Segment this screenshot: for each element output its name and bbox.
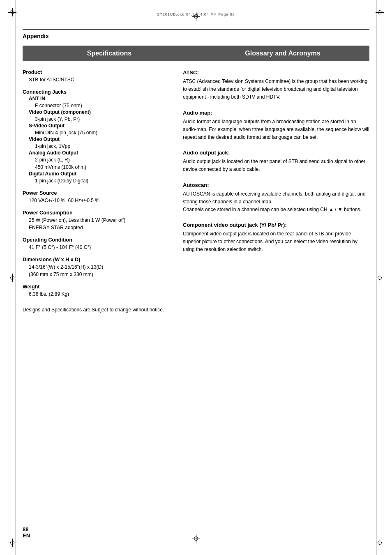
glossary-audio-output-jack-term: Audio output jack:: [183, 150, 369, 156]
page-container: ST201UB.qxd 04.3.9 4:04 PM Page 88 Appen…: [0, 0, 392, 555]
jack-svideo: S-Video Output Mini DIN 4-pin jack (75 o…: [23, 123, 171, 136]
spec-operating-condition: Operating Condition 41 F° (5 C°) - 104 F…: [23, 237, 171, 251]
spec-power-source-value: 120 VAC+/-10 %, 60 Hz+/-0.5 %: [29, 197, 171, 204]
glossary-audio-map-term: Audio map:: [183, 110, 369, 116]
section-headers: Specifications Glossary and Acronyms: [23, 46, 369, 61]
jack-video-output: Video Output 1-pin jack, 1Vpp: [23, 136, 171, 150]
page-number: 88: [23, 526, 30, 532]
glossary-audio-output-jack: Audio output jack: Audio output jack is …: [183, 150, 369, 173]
glossary-component-video: Component video output jack (Y/ Pb/ Pr):…: [183, 222, 369, 254]
glossary-audio-map: Audio map: Audio format and language out…: [183, 110, 369, 142]
glossary-header: Glossary and Acronyms: [196, 46, 369, 61]
spec-weight-value: 6.36 lbs. (2.89 Kg): [29, 290, 171, 298]
specifications-column: Product STB for ATSC/NTSC Connecting Jac…: [23, 69, 171, 313]
spec-power-consumption: Power Consumption 25 W (Power on), Less …: [23, 210, 171, 231]
spec-operating-value: 41 F° (5 C°) - 104 F° (40 C°): [29, 244, 171, 251]
page-footer: 88 EN: [23, 526, 30, 539]
spec-power-consumption-line1: 25 W (Power on), Less than 1 W (Power of…: [29, 216, 171, 224]
spec-connecting-jacks: Connecting Jacks ANT IN F connector (75 …: [23, 89, 171, 184]
spec-power-source: Power Source 120 VAC+/-10 %, 60 Hz+/-0.5…: [23, 190, 171, 204]
specifications-header: Specifications: [23, 46, 196, 61]
spec-operating-label: Operating Condition: [23, 237, 171, 243]
crosshair-bottom-left: [8, 539, 16, 547]
spec-product-value: STB for ATSC/NTSC: [29, 76, 171, 83]
printer-marks-area: ST201UB.qxd 04.3.9 4:04 PM Page 88: [0, 0, 392, 29]
appendix-title: Appendix: [23, 33, 49, 39]
spec-dimensions: Dimensions (W x H x D) 14-3/16"(W) x 2-1…: [23, 257, 171, 278]
glossary-component-video-term: Component video output jack (Y/ Pb/ Pr):: [183, 222, 369, 228]
spec-jacks-label: Connecting Jacks: [23, 89, 171, 95]
main-content: Appendix Specifications Glossary and Acr…: [0, 29, 392, 330]
spec-footer-note: Designs and Specifications are Subject t…: [23, 306, 171, 313]
spec-power-consumption-line2: ENERGY STAR adopted.: [29, 224, 171, 231]
glossary-audio-map-def: Audio format and language outputs from a…: [183, 118, 369, 142]
spec-power-consumption-label: Power Consumption: [23, 210, 171, 216]
crosshair-bottom-right: [376, 539, 384, 547]
crosshair-bottom-center: [192, 534, 200, 543]
spec-weight: Weight 6.36 lbs. (2.89 Kg): [23, 284, 171, 298]
glossary-audio-output-jack-def: Audio output jack is located on the rear…: [183, 158, 369, 173]
crosshair-center-left: [8, 274, 16, 282]
glossary-atsc-term: ATSC:: [183, 69, 369, 76]
jack-ant-in: ANT IN F connector (75 ohm): [23, 96, 171, 109]
appendix-header: Appendix: [23, 29, 369, 39]
spec-power-source-label: Power Source: [23, 190, 171, 196]
spec-weight-label: Weight: [23, 284, 171, 290]
glossary-column: ATSC: ATSC (Advanced Television Systems …: [183, 69, 369, 262]
spec-dimensions-label: Dimensions (W x H x D): [23, 257, 171, 263]
spec-dimensions-line2: (360 mm x 75 mm x 330 mm): [29, 271, 171, 278]
two-columns: Product STB for ATSC/NTSC Connecting Jac…: [23, 69, 369, 313]
spec-dimensions-line1: 14-3/16"(W) x 2-15/16"(H) x 13(D): [29, 263, 171, 271]
glossary-autoscan: Autoscan: AUTOSCAN is capable of receivi…: [183, 182, 369, 214]
page-lang: EN: [23, 532, 30, 539]
spec-product: Product STB for ATSC/NTSC: [23, 69, 171, 83]
spec-product-label: Product: [23, 69, 171, 75]
crosshair-center-right: [376, 274, 384, 282]
glossary-atsc: ATSC: ATSC (Advanced Television Systems …: [183, 69, 369, 101]
jack-analog-audio: Analog Audio Output 2-pin jack (L, R) 45…: [23, 150, 171, 171]
glossary-autoscan-def: AUTOSCAN is capable of receiving availab…: [183, 190, 369, 214]
jack-digital-audio: Digital Audio Output 1-pin jack (Dolby D…: [23, 171, 171, 184]
glossary-autoscan-term: Autoscan:: [183, 182, 369, 188]
jack-video-component: Video Output (component) 3-pin jack (Y, …: [23, 109, 171, 123]
glossary-atsc-def: ATSC (Advanced Television Systems Commit…: [183, 78, 369, 101]
glossary-component-video-def: Component video output jack is located o…: [183, 230, 369, 254]
